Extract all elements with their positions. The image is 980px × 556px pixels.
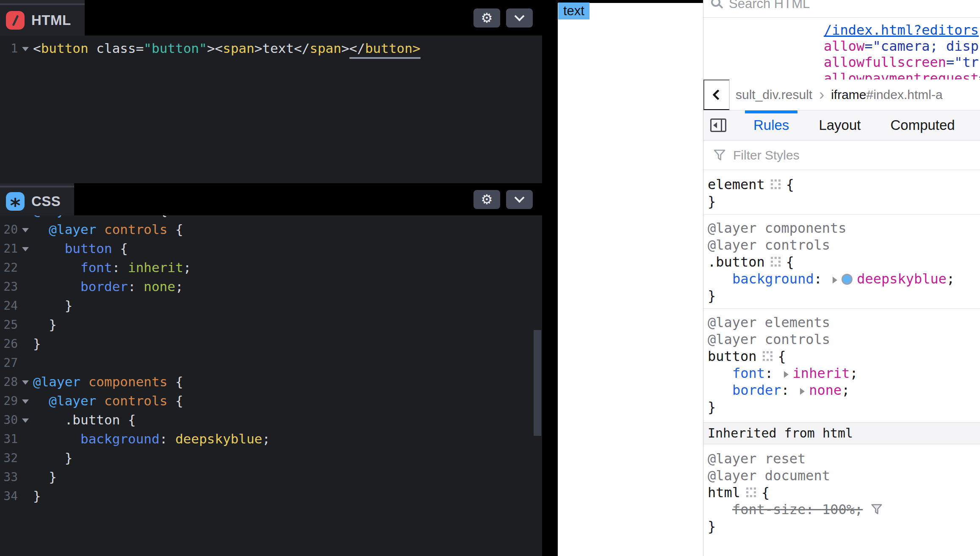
line-number: 28 [0, 372, 18, 391]
code-token: { [175, 374, 183, 389]
code-text: } [33, 315, 542, 334]
rule-declaration[interactable]: border: none; [708, 382, 980, 399]
line-number: 31 [0, 429, 18, 449]
fold-arrow-icon[interactable] [18, 391, 33, 410]
rule-selector: html [708, 484, 740, 501]
markup-line[interactable]: allowpaymentrequest=" [703, 70, 980, 80]
fold-arrow-icon[interactable] [18, 39, 33, 58]
line-number: 32 [0, 449, 18, 468]
selector-highlighter-icon[interactable] [746, 487, 756, 498]
fold-arrow-icon[interactable] [18, 220, 33, 239]
preview-button[interactable]: text [558, 3, 590, 19]
code-token: font [80, 260, 112, 275]
colon: : [806, 501, 822, 517]
devtools-search-row[interactable]: Search HTML [703, 0, 980, 18]
rule-selector-line[interactable]: html{ [708, 484, 980, 501]
declaration-text: border: [732, 382, 797, 398]
panel-divider[interactable] [542, 0, 558, 556]
css-code-area[interactable]: 19@layer elements {20 @layer controls {2… [0, 201, 542, 506]
fold-gutter [18, 296, 33, 315]
code-token: class= [89, 41, 144, 56]
rule-selector-line[interactable]: element{ [708, 176, 980, 193]
code-token: @layer [49, 393, 104, 408]
markup-line[interactable]: allow="camera; disp [703, 38, 980, 54]
code-token: button [65, 241, 112, 256]
code-token: inherit [128, 260, 183, 275]
filter-icon[interactable] [870, 503, 883, 516]
breadcrumb-back-button[interactable] [703, 80, 730, 110]
css-editor-scrollbar[interactable] [534, 330, 541, 436]
property-name: font [732, 365, 765, 381]
rule-selector-line[interactable]: button{ [708, 348, 980, 365]
semicolon: ; [842, 382, 850, 398]
rule-declaration[interactable]: font: inherit; [708, 365, 980, 382]
tab-computed[interactable]: Computed [888, 110, 957, 140]
code-token: ="tr [946, 54, 979, 70]
css-settings-button[interactable]: ⚙ [473, 190, 500, 209]
markup-view[interactable]: /index.html?editorsallow="camera; dispal… [703, 18, 980, 80]
code-token: none [144, 279, 175, 294]
breadcrumb-item-iframe[interactable]: iframe#index.html-a [831, 88, 942, 102]
code-token: > [341, 41, 349, 56]
tab-html[interactable]: HTML [0, 3, 85, 36]
tab-css[interactable]: * CSS [0, 186, 74, 215]
toggle-sidebar-icon[interactable] [710, 118, 726, 132]
rule-selector-line[interactable]: .button{ [708, 253, 980, 270]
code-line: 31 background: deepskyblue; [0, 429, 542, 449]
line-number: 34 [0, 487, 18, 506]
fold-arrow-icon[interactable] [18, 410, 33, 429]
code-token: } [33, 488, 41, 504]
html-panel-header: HTML ⚙ [0, 0, 542, 36]
property-value: 100% [822, 501, 855, 517]
code-token: } [33, 317, 57, 332]
html-collapse-button[interactable] [506, 8, 533, 28]
code-token [33, 279, 80, 294]
open-brace: { [786, 254, 794, 270]
tab-layout[interactable]: Layout [816, 110, 863, 140]
rule-layer-line: @layer elements [708, 314, 980, 331]
line-number: 26 [0, 334, 18, 353]
semicolon: ; [947, 271, 955, 287]
tab-rules[interactable]: Rules [751, 110, 792, 140]
code-text: <button class="button"><span>text</span>… [33, 39, 542, 58]
html-icon-slash [12, 15, 19, 26]
search-html-input[interactable]: Search HTML [729, 0, 810, 11]
filter-styles-input[interactable]: Filter Styles [733, 148, 800, 162]
color-swatch[interactable] [842, 274, 853, 285]
code-token: } [33, 336, 41, 351]
code-token: border [80, 279, 128, 294]
code-token: allowpaymentrequest [824, 70, 979, 80]
expand-shorthand-icon[interactable] [784, 371, 789, 378]
css-collapse-button[interactable] [506, 190, 533, 209]
property-name: font-size [732, 501, 806, 517]
markup-line[interactable]: /index.html?editors [703, 22, 980, 38]
code-text: } [33, 296, 542, 315]
rule-declaration[interactable]: background: deepskyblue; [708, 270, 980, 287]
html-code-area[interactable]: 1<button class="button"><span>text</span… [0, 36, 542, 58]
gear-icon: ⚙ [481, 193, 493, 206]
fold-gutter [18, 429, 33, 449]
selector-highlighter-icon[interactable] [771, 179, 781, 190]
fold-arrow-icon[interactable] [18, 372, 33, 391]
selector-highlighter-icon[interactable] [771, 257, 781, 267]
code-line: 32 } [0, 449, 542, 468]
expand-shorthand-icon[interactable] [800, 388, 805, 395]
selector-highlighter-icon[interactable] [763, 351, 773, 361]
fold-arrow-icon[interactable] [18, 239, 33, 258]
code-token: /index.html?editors [824, 22, 979, 38]
declaration-text: background: [732, 271, 830, 287]
code-line: 29 @layer controls { [0, 391, 542, 410]
expand-shorthand-icon[interactable] [833, 277, 837, 284]
filter-styles-row[interactable]: Filter Styles [703, 140, 980, 170]
code-text: @layer controls { [33, 220, 542, 239]
rule-declaration[interactable]: font-size: 100%; [708, 501, 980, 518]
rule-layer-line: @layer controls [708, 331, 980, 348]
code-line: 34} [0, 487, 542, 506]
markup-line[interactable]: allowfullscreen="tr [703, 54, 980, 70]
code-token: } [33, 469, 57, 484]
breadcrumb-item-result-div[interactable]: sult_div.result [736, 88, 812, 102]
code-line: 23 border: none; [0, 277, 542, 296]
rule-close-brace: } [708, 399, 980, 416]
open-brace: { [761, 484, 770, 501]
html-settings-button[interactable]: ⚙ [473, 8, 500, 28]
